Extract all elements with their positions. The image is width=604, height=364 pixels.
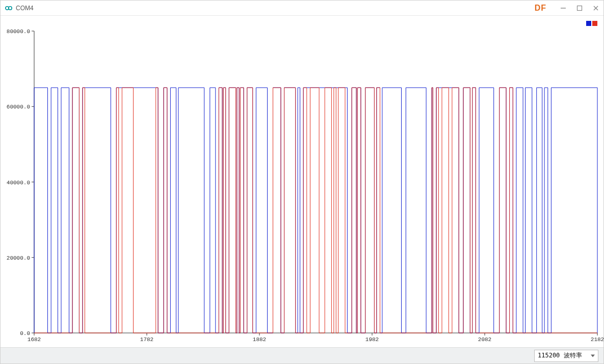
svg-text:1882: 1882 [253,337,266,343]
titlebar[interactable]: COM4 DF [1,1,603,16]
serial-plotter-chart[interactable]: 0.020000.040000.060000.080000.0168217821… [1,16,603,347]
svg-text:80000.0: 80000.0 [7,29,30,35]
baud-rate-value: 115200 波特率 [538,351,582,360]
maximize-button[interactable] [575,4,584,13]
svg-text:40000.0: 40000.0 [7,180,30,186]
svg-text:60000.0: 60000.0 [7,104,30,110]
baud-rate-select[interactable]: 115200 波特率 [534,350,598,362]
arduino-icon [5,4,13,12]
svg-text:2082: 2082 [478,337,491,343]
app-window: COM4 DF 0.020000.040000.060000.080000.01… [0,0,604,364]
svg-text:1982: 1982 [365,337,379,343]
svg-text:0.0: 0.0 [20,330,30,337]
window-controls [559,1,600,16]
svg-text:1682: 1682 [28,337,41,343]
chart-canvas: 0.020000.040000.060000.080000.0168217821… [1,16,603,347]
svg-text:2182: 2182 [591,337,603,343]
window-title: COM4 [16,5,34,12]
statusbar: 115200 波特率 [1,347,603,363]
close-button[interactable] [591,4,600,13]
svg-text:20000.0: 20000.0 [7,255,30,261]
brand-label: DF [535,1,546,16]
minimize-button[interactable] [559,4,568,13]
svg-rect-3 [577,6,582,11]
svg-text:1782: 1782 [140,337,153,343]
